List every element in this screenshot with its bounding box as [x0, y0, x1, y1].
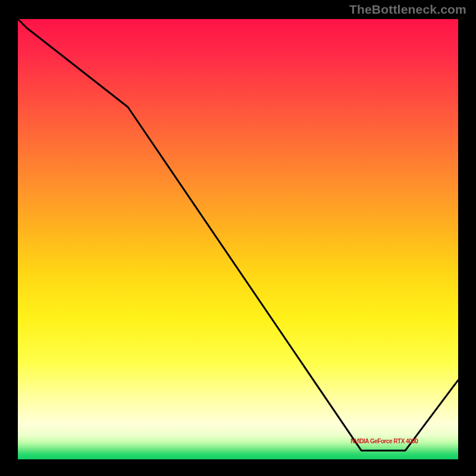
chart-frame: TheBottleneck.com NVIDIA GeForce RTX 408… [0, 0, 476, 476]
watermark-label: TheBottleneck.com [349, 2, 466, 17]
plot-border [15, 17, 461, 462]
